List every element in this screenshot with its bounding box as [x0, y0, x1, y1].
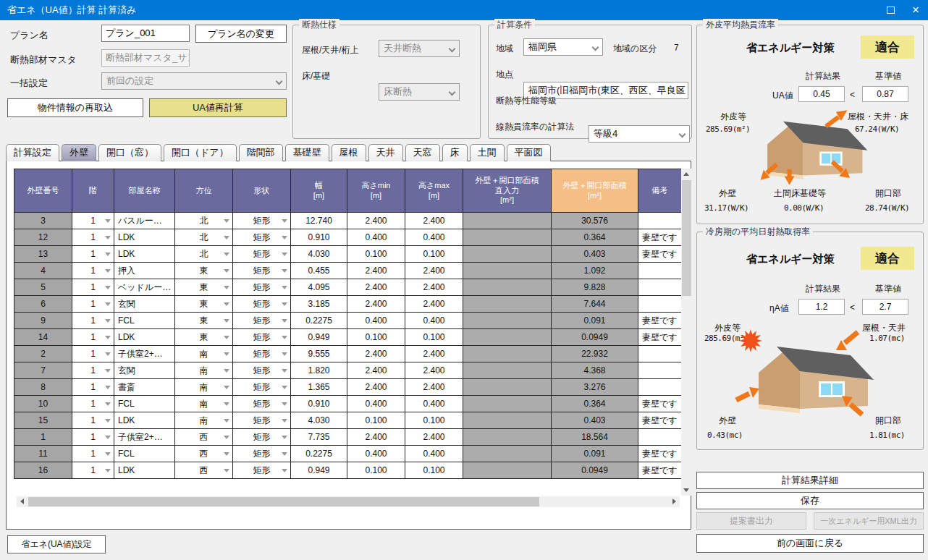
height-min-cell[interactable]: 2.400 — [347, 379, 405, 396]
floor-cell[interactable]: 1 — [72, 279, 114, 296]
direction-cell[interactable]: 南 — [175, 362, 233, 379]
height-max-cell[interactable]: 2.400 — [405, 362, 463, 379]
direct-area-cell[interactable] — [463, 462, 552, 479]
height-max-cell[interactable]: 2.400 — [405, 263, 463, 279]
width-cell[interactable]: 7.735 — [291, 429, 347, 446]
direction-cell[interactable]: 東 — [175, 329, 233, 346]
shape-cell[interactable]: 矩形 — [233, 396, 291, 412]
direct-area-cell[interactable] — [463, 313, 552, 329]
height-max-cell[interactable]: 0.100 — [405, 412, 463, 429]
direct-area-cell[interactable] — [463, 379, 552, 396]
floor-cell[interactable]: 1 — [72, 346, 114, 362]
cell-dropdown-icon[interactable] — [282, 253, 287, 256]
shape-cell[interactable]: 矩形 — [233, 446, 291, 462]
height-max-cell[interactable]: 0.100 — [405, 246, 463, 263]
height-min-cell[interactable]: 0.400 — [347, 396, 405, 412]
cell-dropdown-icon[interactable] — [224, 469, 229, 472]
direction-cell[interactable]: 西 — [175, 462, 233, 479]
cell-dropdown-icon[interactable] — [282, 352, 287, 356]
floor-cell[interactable]: 1 — [72, 412, 114, 429]
cell-dropdown-icon[interactable] — [224, 436, 229, 439]
direction-cell[interactable]: 西 — [175, 429, 233, 446]
direct-area-cell[interactable] — [463, 329, 552, 346]
direct-area-cell[interactable] — [463, 362, 552, 379]
floor-cell[interactable]: 1 — [72, 396, 114, 412]
floor-cell[interactable]: 1 — [72, 229, 114, 246]
height-max-cell[interactable]: 0.400 — [405, 229, 463, 246]
width-cell[interactable]: 0.949 — [291, 462, 347, 479]
direction-cell[interactable]: 北 — [175, 246, 233, 263]
direct-area-cell[interactable] — [463, 263, 552, 279]
cell-dropdown-icon[interactable] — [224, 319, 229, 323]
cell-dropdown-icon[interactable] — [282, 219, 287, 223]
horizontal-scrollbar[interactable] — [17, 496, 680, 507]
height-max-cell[interactable]: 2.400 — [405, 429, 463, 446]
tab-floor[interactable]: 床 — [442, 144, 468, 161]
width-cell[interactable]: 0.910 — [291, 396, 347, 412]
floor-cell[interactable]: 1 — [72, 329, 114, 346]
height-min-cell[interactable]: 2.400 — [347, 296, 405, 313]
direction-cell[interactable]: 北 — [175, 229, 233, 246]
shape-cell[interactable]: 矩形 — [233, 462, 291, 479]
horizontal-scroll-thumb[interactable] — [28, 497, 539, 506]
room-name-cell[interactable]: LDK — [114, 412, 175, 429]
direct-area-cell[interactable] — [463, 246, 552, 263]
tab-opening-window[interactable]: 開口（窓） — [98, 144, 161, 161]
height-min-cell[interactable]: 0.100 — [347, 329, 405, 346]
room-name-cell[interactable]: FCL — [114, 446, 175, 462]
tab-ceiling[interactable]: 天井 — [368, 144, 403, 161]
cell-dropdown-icon[interactable] — [282, 236, 287, 239]
height-min-cell[interactable]: 0.400 — [347, 229, 405, 246]
direction-cell[interactable]: 東 — [175, 313, 233, 329]
vertical-scrollbar[interactable] — [681, 169, 692, 496]
width-cell[interactable]: 12.740 — [291, 213, 347, 229]
direction-cell[interactable]: 西 — [175, 446, 233, 462]
height-max-cell[interactable]: 2.400 — [405, 213, 463, 229]
direct-area-cell[interactable] — [463, 229, 552, 246]
room-name-cell[interactable]: 子供室2+… — [114, 429, 175, 446]
cell-dropdown-icon[interactable] — [105, 369, 111, 373]
direct-area-cell[interactable] — [463, 279, 552, 296]
shape-cell[interactable]: 矩形 — [233, 213, 291, 229]
cell-dropdown-icon[interactable] — [105, 319, 111, 323]
room-name-cell[interactable]: FCL — [114, 396, 175, 412]
room-name-cell[interactable]: バスルー… — [114, 213, 175, 229]
cell-dropdown-icon[interactable] — [224, 302, 229, 306]
close-icon[interactable]: × — [912, 0, 919, 20]
height-max-cell[interactable]: 2.400 — [405, 379, 463, 396]
cell-dropdown-icon[interactable] — [105, 302, 111, 306]
cell-dropdown-icon[interactable] — [282, 336, 287, 339]
calc-result-detail-button[interactable]: 計算結果詳細 — [696, 472, 924, 489]
height-max-cell[interactable]: 2.400 — [405, 296, 463, 313]
direct-area-cell[interactable] — [463, 346, 552, 362]
width-cell[interactable]: 4.030 — [291, 412, 347, 429]
floor-cell[interactable]: 1 — [72, 462, 114, 479]
cell-dropdown-icon[interactable] — [282, 436, 287, 439]
height-max-cell[interactable]: 0.400 — [405, 396, 463, 412]
cell-dropdown-icon[interactable] — [224, 402, 229, 406]
plan-rename-button[interactable]: プラン名の変更 — [195, 25, 287, 43]
room-name-cell[interactable]: LDK — [114, 462, 175, 479]
cell-dropdown-icon[interactable] — [282, 452, 287, 456]
tab-opening-door[interactable]: 開口（ドア） — [164, 144, 237, 161]
shape-cell[interactable]: 矩形 — [233, 296, 291, 313]
floor-cell[interactable]: 1 — [72, 446, 114, 462]
floor-cell[interactable]: 1 — [72, 263, 114, 279]
width-cell[interactable]: 0.949 — [291, 329, 347, 346]
scroll-left-icon[interactable] — [17, 496, 28, 507]
cell-dropdown-icon[interactable] — [105, 352, 111, 356]
direct-area-cell[interactable] — [463, 429, 552, 446]
shape-cell[interactable]: 矩形 — [233, 429, 291, 446]
shape-cell[interactable]: 矩形 — [233, 412, 291, 429]
width-cell[interactable]: 4.095 — [291, 279, 347, 296]
direction-cell[interactable]: 南 — [175, 346, 233, 362]
room-name-cell[interactable]: 押入 — [114, 263, 175, 279]
shape-cell[interactable]: 矩形 — [233, 379, 291, 396]
floor-cell[interactable]: 1 — [72, 429, 114, 446]
floor-cell[interactable]: 1 — [72, 313, 114, 329]
cell-dropdown-icon[interactable] — [105, 419, 111, 423]
width-cell[interactable]: 9.555 — [291, 346, 347, 362]
cell-dropdown-icon[interactable] — [282, 419, 287, 423]
room-name-cell[interactable]: 玄関 — [114, 362, 175, 379]
cell-dropdown-icon[interactable] — [282, 286, 287, 289]
